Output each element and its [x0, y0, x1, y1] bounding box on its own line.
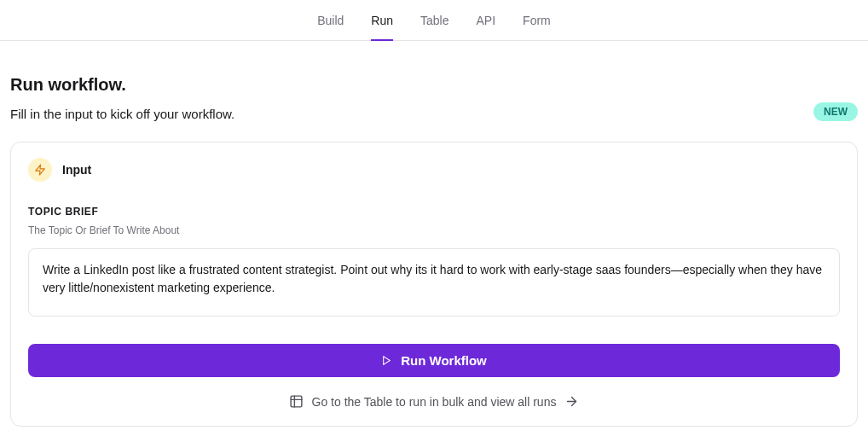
- tab-form[interactable]: Form: [523, 0, 551, 41]
- run-workflow-label: Run Workflow: [401, 353, 487, 368]
- page-subtitle: Fill in the input to kick off your workf…: [10, 107, 234, 121]
- input-card-header: Input: [28, 158, 840, 182]
- arrow-right-icon: [564, 394, 579, 409]
- field-description: The Topic Or Brief To Write About: [28, 224, 840, 236]
- tab-table[interactable]: Table: [420, 0, 448, 41]
- svg-rect-2: [291, 396, 302, 407]
- svg-marker-1: [384, 357, 391, 365]
- svg-marker-0: [36, 165, 45, 175]
- tab-api[interactable]: API: [477, 0, 496, 41]
- input-card: Input TOPIC BRIEF The Topic Or Brief To …: [10, 142, 858, 427]
- tab-build[interactable]: Build: [317, 0, 344, 41]
- tab-run[interactable]: Run: [371, 0, 393, 41]
- page-title: Run workflow.: [10, 75, 858, 95]
- play-icon: [381, 355, 392, 366]
- tabs-nav: Build Run Table API Form: [0, 0, 868, 41]
- go-to-table-link[interactable]: Go to the Table to run in bulk and view …: [28, 394, 840, 409]
- new-badge: NEW: [813, 102, 858, 121]
- run-workflow-button[interactable]: Run Workflow: [28, 344, 840, 377]
- lightning-icon: [28, 158, 52, 182]
- table-icon: [289, 394, 304, 409]
- input-card-title: Input: [62, 163, 91, 177]
- go-to-table-text: Go to the Table to run in bulk and view …: [312, 395, 557, 409]
- topic-brief-input[interactable]: [28, 248, 840, 317]
- main-content: Run workflow. Fill in the input to kick …: [0, 41, 868, 436]
- subtitle-row: Fill in the input to kick off your workf…: [10, 95, 858, 121]
- field-label: TOPIC BRIEF: [28, 206, 840, 218]
